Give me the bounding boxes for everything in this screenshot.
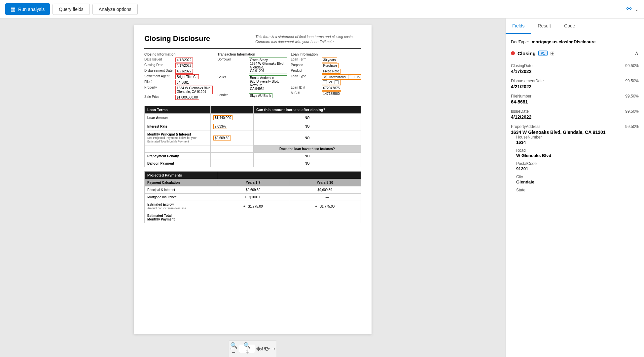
document-page: Closing Disclosure This form is a statem… (134, 25, 372, 334)
info-row: Borrower Gwen Stacy1634 W Glenoaks Blvd,… (218, 58, 288, 73)
doc-title: Closing Disclosure (144, 34, 210, 43)
projected-payments-table: Projected Payments Payment Calculation Y… (144, 171, 361, 223)
tab-fields[interactable]: Fields (506, 19, 531, 34)
field-property-address: PropertyAddress 99.50% 1634 W Glenoaks B… (511, 124, 639, 192)
info-row: Disbursement Date 4/21/2022 (144, 69, 214, 74)
info-row: File # 64-5681 (144, 80, 214, 85)
section-dot (511, 51, 515, 55)
info-row: Product Fixed Rate (291, 69, 361, 74)
zoom-out-button[interactable]: 🔍− (229, 342, 238, 356)
query-fields-button[interactable]: Query fields (53, 4, 90, 15)
closing-info-section: Closing Information Date Issued 4/12/202… (144, 53, 214, 100)
info-row: Sale Price $1,800,000.00 (144, 95, 214, 100)
info-row: Lender Skye AU Bank (218, 93, 288, 98)
field-disbursement-date: DisbursementDate 99.50% 4/21/2022 (511, 79, 639, 89)
loan-terms-table: Loan Terms Can this amount increase afte… (144, 106, 361, 167)
loan-info-title: Loan Information (291, 53, 361, 56)
doctype-label: DocType: (511, 39, 529, 44)
chevron-down-icon[interactable]: ⌄ (635, 7, 639, 12)
info-row: Date Issued 4/12/2022 (144, 58, 214, 62)
section-title: Closing (518, 51, 536, 56)
next-page-button[interactable]: → (270, 345, 276, 352)
info-row: Purpose Purchase (291, 63, 361, 68)
info-row: Seller Bonita Anderson920 University Blv… (218, 75, 288, 91)
rotate-button[interactable]: ⟳ (265, 345, 270, 353)
subfield-postal-code: PostalCode 91201 (516, 161, 639, 171)
transaction-info-title: Transaction Information (218, 53, 288, 56)
info-row: Closing Date 4/17/2022 (144, 63, 214, 68)
toolbar: ▦ Run analysis Query fields Analyze opti… (0, 0, 644, 19)
info-sections: Closing Information Date Issued 4/12/202… (144, 53, 361, 100)
subfield-house-number: HouseNumber 1634 (516, 135, 639, 145)
loan-terms-subheader: Can this amount increase after closing? (254, 106, 361, 113)
projected-payments-header: Projected Payments (145, 171, 217, 179)
grid-icon[interactable]: ⊞ (550, 50, 555, 57)
main-container: Closing Disclosure This form is a statem… (0, 19, 644, 357)
transaction-info-section: Transaction Information Borrower Gwen St… (218, 53, 288, 100)
panel-tabs: Fields Result Code (506, 19, 644, 34)
tab-code[interactable]: Code (557, 19, 582, 34)
tab-result[interactable]: Result (531, 19, 557, 34)
eye-icon[interactable]: 👁 (626, 6, 632, 13)
document-viewer: Closing Disclosure This form is a statem… (0, 19, 505, 357)
chart-icon: ▦ (11, 6, 16, 12)
info-row: Property 1634 W Glenoaks Blvd,Glendale, … (144, 86, 214, 94)
run-analysis-button[interactable]: ▦ Run analysis (5, 3, 50, 15)
doc-subtitle: This form is a statement of final loan t… (255, 34, 361, 45)
field-closing-date: ClosingDate 99.50% 4/17/2022 (511, 63, 639, 74)
zoom-in-button[interactable]: 🔍+ (242, 342, 252, 356)
right-panel: Fields Result Code DocType: mortgage.us.… (505, 19, 644, 357)
doctype-value: mortgage.us.closingDisclosure (532, 39, 596, 44)
zoom-fit-button[interactable]: ✥ (256, 345, 261, 353)
subfield-state: State (516, 188, 639, 192)
panel-content: DocType: mortgage.us.closingDisclosure C… (506, 34, 644, 357)
loan-terms-header: Loan Terms (145, 106, 211, 113)
doctype-row: DocType: mortgage.us.closingDisclosure (511, 39, 639, 44)
subfield-city: City Glendale (516, 175, 639, 184)
closing-info-title: Closing Information (144, 53, 214, 56)
info-row: Settlement Agent Bright Title Co (144, 74, 214, 79)
loan-info-section: Loan Information Loan Term 30 years Purp… (291, 53, 361, 100)
analyze-options-button[interactable]: Analyze options (92, 4, 138, 15)
subfield-road: Road W Glenoaks Blvd (516, 148, 639, 158)
info-row: Loan Term 30 years (291, 58, 361, 62)
pagination: ← of 5 → 🔍− 🔍+ ✥ ⟳ (229, 340, 276, 357)
field-issue-date: IssueDate 99.50% 4/12/2022 (511, 109, 639, 120)
toolbar-right: 👁 ⌄ (626, 6, 639, 13)
field-file-number: FileNumber 99.50% 64-5681 (511, 94, 639, 104)
collapse-icon[interactable]: ∧ (634, 50, 639, 57)
info-row: MIC # 147188500 (291, 91, 361, 96)
section-badge: #1 (538, 51, 548, 56)
zoom-controls: 🔍− 🔍+ ✥ ⟳ (229, 342, 270, 356)
info-row: Loan ID # 672047875 (291, 86, 361, 91)
doc-header: Closing Disclosure This form is a statem… (144, 34, 361, 49)
closing-section-header[interactable]: Closing #1 ⊞ ∧ (511, 50, 639, 60)
info-row: Loan Type ✕ Conventional FHA VA (291, 74, 361, 85)
